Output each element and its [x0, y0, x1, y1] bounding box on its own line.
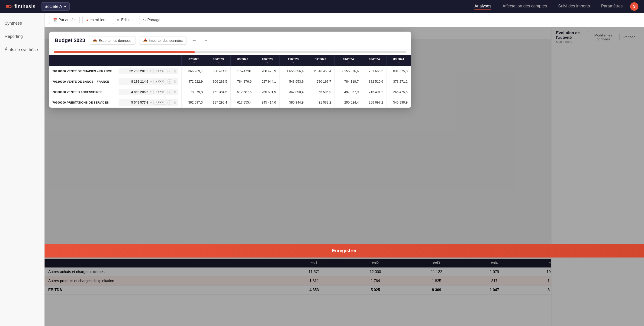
export-icon: 📤 [93, 38, 97, 43]
sidebar-item-reporting[interactable]: Reporting [0, 30, 44, 43]
col-header-total [115, 55, 182, 66]
col-header-02-2024: 02/2024→ [362, 55, 386, 66]
circle-icon: ● [86, 18, 88, 22]
sort-button[interactable]: ↕ [168, 79, 172, 84]
prev-arrow-button[interactable]: ← [190, 37, 198, 44]
date-value-cell: 137 298,4 [206, 97, 230, 108]
row-total-cell: 22 753 281 € ✏ ± XX% ↕ 🗑 [115, 66, 182, 76]
en-milliers-label: en milliers [90, 18, 106, 22]
col-header-08-2023: 08/2023→ [206, 55, 230, 66]
percentage-control[interactable]: ± XX% [153, 100, 166, 105]
percentage-control[interactable]: ± XX% [153, 69, 166, 73]
total-amount: 4 858 205 € [131, 90, 148, 94]
modal-title: Budget 2023 [55, 37, 85, 44]
col-header-03-2024: 03/2024→ [386, 55, 411, 66]
date-value-cell: 617 855,4 [230, 97, 255, 108]
nav-link-affectation[interactable]: Affectation des comptes [502, 4, 547, 10]
date-value-cell: 78 979,8 [182, 87, 206, 97]
toolbar: 📅 Par année ● en milliers ✏ Édition ↪ Pa… [44, 13, 644, 27]
date-value-cell: 580 944,9 [279, 97, 307, 108]
col-header-label [49, 55, 115, 66]
col-header-07-2023: 07/2023→ [182, 55, 206, 66]
row-total-cell: 4 858 205 € ✏ ± XX% ↕ 🗑 [115, 87, 182, 97]
total-amount: 22 753 281 € [130, 69, 148, 73]
budget-modal: Budget 2023 📤 Exporter les données 📥 Imp… [49, 32, 411, 108]
col-header-09-2023: 09/2023→ [230, 55, 255, 66]
partage-label: Partage [147, 18, 160, 22]
horizontal-scrollbar[interactable] [54, 51, 406, 53]
pencil-icon[interactable]: ✏ [150, 101, 152, 104]
edit-icon: ✏ [117, 18, 120, 22]
date-value-cell: 906 288,5 [206, 76, 230, 87]
row-total-cell: 5 548 577 € ✏ ± XX% ↕ 🗑 [115, 97, 182, 108]
trash-icon[interactable]: 🗑 [173, 69, 176, 73]
partage-button[interactable]: ↪ Partage [139, 16, 164, 24]
date-value-cell: 162 384,5 [206, 87, 230, 97]
row-code-label: 70120000 VENTE DE BANCS – FRANCE [49, 76, 115, 87]
table-row: 70110000 VENTE DE CHAISES – FRANCE 22 75… [49, 66, 411, 76]
nav-links: Analyses Affectation des comptes Suivi d… [474, 4, 623, 10]
total-amount: 5 548 577 € [131, 101, 148, 104]
sidebar-item-etats[interactable]: États de synthèse [0, 43, 44, 57]
sort-button[interactable]: ↕ [168, 100, 172, 105]
par-annee-label: Par année [58, 18, 76, 22]
date-value-cell: 790 197,7 [307, 76, 334, 87]
sort-button[interactable]: ↕ [168, 69, 172, 73]
date-value-cell: 788 470,9 [255, 66, 279, 76]
par-annee-button[interactable]: 📅 Par année [49, 16, 80, 24]
row-code-label: 70300000 VENTE D'ACCESSOIRES [49, 87, 115, 97]
export-button[interactable]: 📤 Exporter les données [89, 36, 136, 45]
table-row: 70120000 VENTE DE BANCS – FRANCE 8 176 1… [49, 76, 411, 87]
sidebar-item-synthese[interactable]: Synthèse [0, 17, 44, 30]
date-value-cell: 781 666,2 [362, 66, 386, 76]
col-header-01-2024: 01/2024→ [334, 55, 362, 66]
date-value-cell: 382 510,6 [362, 76, 386, 87]
trash-icon[interactable]: 🗑 [173, 101, 176, 104]
app-name: finthesis [14, 4, 35, 10]
nav-link-parametres[interactable]: Paramètres [601, 4, 623, 10]
date-value-cell: 378 271,2 [386, 76, 411, 87]
pencil-icon[interactable]: ✏ [150, 69, 152, 73]
date-value-cell: 295 624,4 [334, 97, 362, 108]
date-value-cell: 808 414,3 [206, 66, 230, 76]
date-value-cell: 716 491,2 [362, 87, 386, 97]
date-value-cell: 546 399,9 [386, 97, 411, 108]
modal-table-wrap: 07/2023→ 08/2023→ 09/2023→ 10/2023→ 11/2… [49, 55, 411, 108]
nav-link-analyses[interactable]: Analyses [474, 4, 491, 10]
date-value-cell: 627 944,1 [255, 76, 279, 87]
pencil-icon[interactable]: ✏ [150, 80, 152, 83]
table-row: 70300000 VENTE D'ACCESSOIRES 4 858 205 €… [49, 87, 411, 97]
date-value-cell: 472 522,9 [182, 76, 206, 87]
percentage-control[interactable]: ± XX% [153, 90, 166, 94]
col-header-12-2023: 12/2023→ [307, 55, 334, 66]
trash-icon[interactable]: 🗑 [173, 80, 176, 83]
main-content: ⊞ ≡↑ ≡↓ col1 col2 col3 col4 col5 col6 Au… [44, 27, 644, 326]
chevron-down-icon: ▾ [64, 4, 66, 9]
modal-overlay: Budget 2023 📤 Exporter les données 📥 Imp… [44, 27, 644, 326]
company-selector[interactable]: Société A ▾ [41, 2, 70, 11]
nav-link-suivi[interactable]: Suivi des imports [558, 4, 590, 10]
date-value-cell: 1 656 656,4 [279, 66, 307, 76]
edition-button[interactable]: ✏ Édition [113, 16, 136, 24]
sort-button[interactable]: ↕ [168, 90, 172, 94]
import-icon: 📥 [143, 38, 148, 43]
percentage-control[interactable]: ± XX% [153, 79, 166, 84]
table-row: 70600000 PRESTATIONS DE SERVICES 5 548 5… [49, 97, 411, 108]
date-value-cell: 831 675,8 [386, 66, 411, 76]
date-value-cell: 366 239,7 [182, 66, 206, 76]
date-value-cell: 756 601,9 [255, 87, 279, 97]
import-button[interactable]: 📥 Importer des données [139, 36, 187, 45]
edition-label: Édition [121, 18, 132, 22]
en-milliers-button[interactable]: ● en milliers [82, 16, 110, 24]
pencil-icon[interactable]: ✏ [150, 90, 152, 94]
date-value-cell: 2 316 450,4 [307, 66, 334, 76]
col-header-10-2023: 10/2023→ [255, 55, 279, 66]
date-value-cell: 288 697,2 [362, 97, 386, 108]
date-value-cell: 491 082,2 [307, 97, 334, 108]
modal-header: Budget 2023 📤 Exporter les données 📥 Imp… [49, 32, 411, 50]
date-value-cell: 245 414,6 [255, 97, 279, 108]
company-name: Société A [44, 4, 62, 9]
avatar: S [630, 2, 638, 11]
next-arrow-button[interactable]: → [202, 37, 210, 44]
trash-icon[interactable]: 🗑 [173, 90, 176, 94]
